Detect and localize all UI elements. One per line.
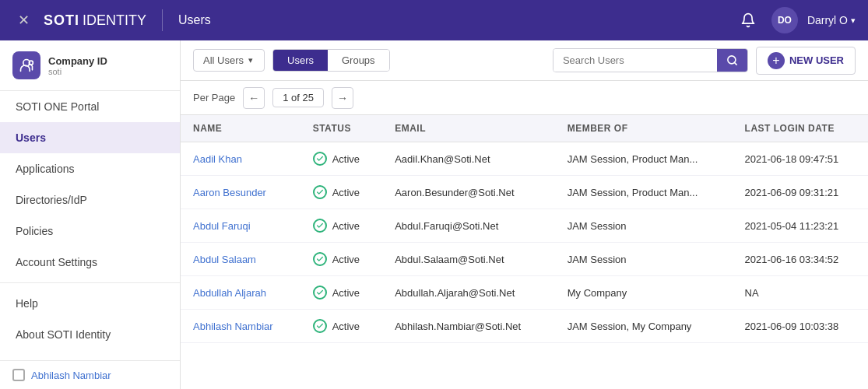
cell-email: Abhilash.Nambiar@Soti.Net	[382, 310, 555, 343]
cell-member-of: My Company	[555, 276, 733, 310]
search-input[interactable]	[553, 49, 717, 72]
new-user-label: NEW USER	[789, 54, 844, 66]
new-user-plus-icon: +	[768, 52, 785, 69]
status-icon	[313, 252, 327, 266]
svg-line-3	[734, 62, 736, 65]
col-member-of: MEMBER OF	[555, 115, 733, 142]
table-row: Abdullah Aljarah Active Abdullah.Aljarah…	[181, 276, 868, 310]
all-users-label: All Users	[203, 54, 244, 66]
notifications-button[interactable]	[734, 6, 762, 34]
toolbar: All Users ▾ Users Groups + NEW U	[181, 40, 868, 81]
svg-point-1	[29, 61, 33, 65]
cell-name[interactable]: Aaron Besunder	[181, 176, 300, 209]
tab-group: Users Groups	[272, 49, 390, 72]
app-header: ✕ SOTI IDENTITY Users DO Darryl O ▾	[0, 0, 868, 40]
cell-email: Aaron.Besunder@Soti.Net	[382, 176, 555, 209]
table-row: Abhilash Nambiar Active Abhilash.Nambiar…	[181, 310, 868, 343]
tab-users[interactable]: Users	[273, 50, 328, 71]
cell-last-login: 2021-06-18 09:47:51	[733, 142, 868, 176]
cell-name[interactable]: Aadil Khan	[181, 142, 300, 176]
sidebar-item-portal[interactable]: SOTI ONE Portal	[0, 91, 180, 122]
cell-last-login: 2021-06-16 03:34:52	[733, 243, 868, 276]
sidebar-bottom: Abhilash Nambiar	[0, 360, 180, 389]
status-text: Active	[332, 220, 360, 232]
cell-email: Aadil.Khan@Soti.Net	[382, 142, 555, 176]
selected-user-name[interactable]: Abhilash Nambiar	[31, 370, 111, 381]
page-indicator: 1 of 25	[272, 88, 324, 107]
table-row: Abdul Faruqi Active Abdul.Faruqi@Soti.Ne…	[181, 209, 868, 243]
sidebar-divider	[0, 282, 180, 283]
sidebar-item-users[interactable]: Users	[0, 122, 180, 153]
app-logo: SOTI IDENTITY	[44, 12, 146, 29]
status-text: Active	[332, 254, 360, 265]
sidebar: Company ID soti SOTI ONE Portal Users Ap…	[0, 40, 181, 389]
sidebar-item-help[interactable]: Help	[0, 288, 180, 319]
table-header-row: NAME STATUS EMAIL MEMBER OF LAST LOGIN D…	[181, 115, 868, 142]
cell-member-of: JAM Session	[555, 209, 733, 243]
user-avatar[interactable]: DO	[771, 7, 798, 33]
cell-name[interactable]: Abdullah Aljarah	[181, 276, 300, 310]
table-row: Aaron Besunder Active Aaron.Besunder@Sot…	[181, 176, 868, 209]
sidebar-item-applications[interactable]: Applications	[0, 153, 180, 184]
table-row: Aadil Khan Active Aadil.Khan@Soti.Net JA…	[181, 142, 868, 176]
users-table: NAME STATUS EMAIL MEMBER OF LAST LOGIN D…	[181, 115, 868, 343]
all-users-button[interactable]: All Users ▾	[193, 49, 265, 72]
sidebar-item-policies[interactable]: Policies	[0, 216, 180, 247]
cell-email: Abdul.Salaam@Soti.Net	[382, 243, 555, 276]
status-text: Active	[332, 187, 360, 198]
status-text: Active	[332, 153, 360, 165]
status-icon	[313, 185, 327, 199]
user-menu[interactable]: Darryl O ▾	[807, 14, 856, 26]
cell-member-of: JAM Session, Product Man...	[555, 176, 733, 209]
cell-member-of: JAM Session, My Company	[555, 310, 733, 343]
prev-page-button[interactable]: ←	[243, 87, 265, 109]
sidebar-item-account-settings[interactable]: Account Settings	[0, 247, 180, 278]
cell-status: Active	[300, 209, 383, 243]
cell-status: Active	[300, 243, 383, 276]
header-divider	[162, 9, 163, 31]
new-user-button[interactable]: + NEW USER	[756, 47, 856, 75]
company-sub: soti	[48, 67, 107, 76]
status-text: Active	[332, 287, 360, 299]
cell-last-login: 2021-06-09 09:31:21	[733, 176, 868, 209]
col-email: EMAIL	[382, 115, 555, 142]
cell-name[interactable]: Abdul Faruqi	[181, 209, 300, 243]
sidebar-item-about[interactable]: About SOTI Identity	[0, 319, 180, 350]
cell-name[interactable]: Abhilash Nambiar	[181, 310, 300, 343]
logo-soti-text: SOTI	[44, 12, 79, 29]
selected-user-row[interactable]: Abhilash Nambiar	[0, 360, 180, 389]
search-button[interactable]	[717, 49, 747, 72]
status-icon	[313, 319, 327, 333]
cell-status: Active	[300, 276, 383, 310]
col-last-login: LAST LOGIN DATE	[733, 115, 868, 142]
users-table-container: NAME STATUS EMAIL MEMBER OF LAST LOGIN D…	[181, 115, 868, 389]
cell-status: Active	[300, 176, 383, 209]
cell-email: Abdul.Faruqi@Soti.Net	[382, 209, 555, 243]
chevron-down-icon: ▾	[248, 55, 253, 65]
cell-name[interactable]: Abdul Salaam	[181, 243, 300, 276]
company-selector[interactable]: Company ID soti	[0, 40, 180, 91]
cell-last-login: 2021-05-04 11:23:21	[733, 209, 868, 243]
col-name: NAME	[181, 115, 300, 142]
close-button[interactable]: ✕	[12, 9, 34, 31]
cell-email: Abdullah.Aljarah@Soti.Net	[382, 276, 555, 310]
cell-last-login: NA	[733, 276, 868, 310]
pagination-bar: Per Page ← 1 of 25 →	[181, 81, 868, 115]
company-info: Company ID soti	[48, 55, 107, 76]
cell-last-login: 2021-06-09 10:03:38	[733, 310, 868, 343]
main-layout: Company ID soti SOTI ONE Portal Users Ap…	[0, 40, 868, 389]
company-name: Company ID	[48, 55, 107, 67]
status-text: Active	[332, 321, 360, 332]
cell-member-of: JAM Session	[555, 243, 733, 276]
table-row: Abdul Salaam Active Abdul.Salaam@Soti.Ne…	[181, 243, 868, 276]
status-icon	[313, 286, 327, 300]
cell-status: Active	[300, 310, 383, 343]
next-page-button[interactable]: →	[332, 87, 353, 109]
sidebar-item-directories[interactable]: Directories/IdP	[0, 184, 180, 216]
col-status: STATUS	[300, 115, 383, 142]
tab-groups[interactable]: Groups	[328, 50, 389, 71]
per-page-label: Per Page	[193, 92, 235, 103]
search-container	[553, 48, 748, 72]
user-checkbox[interactable]	[12, 369, 25, 381]
main-content: All Users ▾ Users Groups + NEW U	[181, 40, 868, 389]
